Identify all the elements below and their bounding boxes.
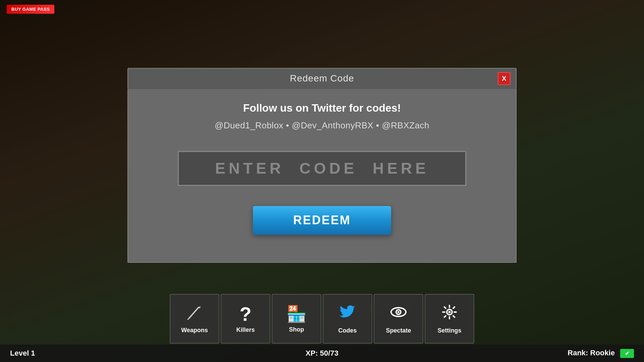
killers-icon: ? [239, 304, 251, 324]
modal-title: Redeem Code [290, 73, 354, 84]
rank-display: Rank: Rookie ✔ [426, 349, 634, 358]
close-modal-button[interactable]: X [498, 72, 511, 85]
toolbar-item-killers[interactable]: ? Killers [221, 294, 270, 344]
shop-label: Shop [289, 326, 304, 333]
svg-line-2 [188, 318, 189, 319]
follow-text: Follow us on Twitter for codes! [243, 102, 401, 114]
modal-body: Follow us on Twitter for codes! @Dued1_R… [127, 88, 517, 263]
rank-badge: ✔ [620, 349, 634, 358]
redeem-code-modal: Redeem Code X Follow us on Twitter for c… [127, 68, 517, 263]
code-input-wrapper [178, 151, 466, 186]
xp-display: XP: 50/73 [218, 349, 426, 358]
weapons-label: Weapons [181, 327, 208, 334]
buy-game-pass-button[interactable]: BUY GAME PASS [7, 5, 54, 14]
redeem-button[interactable]: REDEEM [253, 206, 391, 235]
toolbar-item-shop[interactable]: 🏪 Shop [272, 294, 321, 344]
level-display: Level 1 [10, 349, 218, 358]
spectate-eye-icon [390, 303, 407, 324]
status-bar: Level 1 XP: 50/73 Rank: Rookie ✔ [0, 345, 644, 362]
top-ui: BUY GAME PASS [0, 0, 644, 18]
settings-label: Settings [437, 327, 461, 334]
bottom-toolbar: Weapons ? Killers 🏪 Shop Codes Spectate [170, 294, 474, 344]
toolbar-item-settings[interactable]: Settings [425, 294, 474, 344]
codes-twitter-icon [339, 304, 356, 324]
weapon-icon [186, 304, 203, 324]
code-input[interactable] [178, 151, 466, 186]
killers-label: Killers [236, 326, 255, 334]
toolbar-item-weapons[interactable]: Weapons [170, 294, 219, 344]
settings-gear-icon [441, 303, 458, 324]
svg-point-7 [448, 311, 451, 313]
toolbar-item-spectate[interactable]: Spectate [374, 294, 423, 344]
twitter-handles: @Dued1_Roblox • @Dev_AnthonyRBX • @RBXZa… [215, 120, 429, 131]
svg-line-0 [189, 307, 199, 318]
modal-title-bar: Redeem Code X [127, 68, 517, 88]
svg-point-5 [397, 311, 399, 313]
codes-label: Codes [338, 327, 357, 334]
spectate-label: Spectate [386, 327, 411, 334]
toolbar-item-codes[interactable]: Codes [323, 294, 372, 344]
svg-marker-1 [199, 306, 201, 309]
shop-icon: 🏪 [286, 305, 307, 323]
